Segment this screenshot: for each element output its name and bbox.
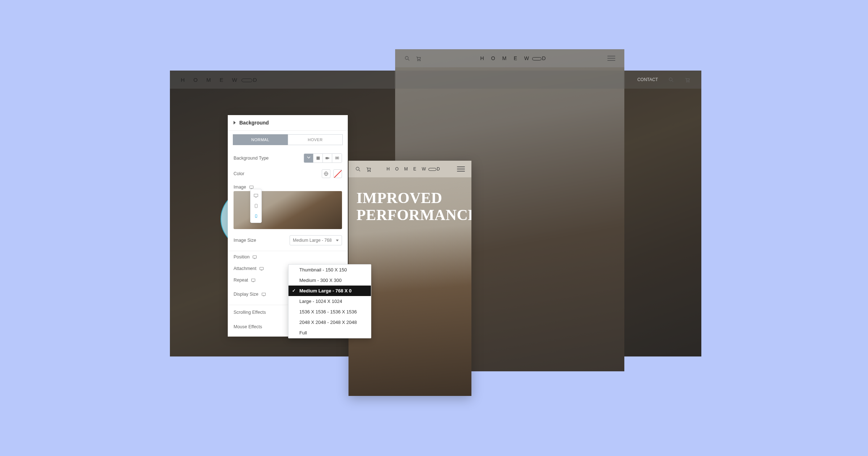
svg-rect-23 [260,267,264,270]
svg-point-10 [368,171,368,172]
svg-rect-25 [252,279,255,281]
image-size-option[interactable]: Full [288,328,371,338]
search-icon[interactable] [355,166,361,172]
panel-title: Background [239,120,269,126]
svg-point-7 [420,60,420,61]
brand-logo: H O M E WD [480,55,549,61]
panel-header[interactable]: Background [228,115,348,131]
svg-line-5 [408,59,410,60]
cart-icon[interactable] [684,77,690,83]
brand-oo-icon [532,57,542,60]
image-size-option[interactable]: 2048 X 2048 - 2048 X 2048 [288,317,371,328]
scrolling-effects-label: Scrolling Effects [234,310,266,315]
hero-line2: PERFORMANCE [356,207,463,224]
svg-rect-31 [255,204,257,208]
device-icon[interactable] [259,266,264,271]
caret-right-icon [234,121,236,124]
repeat-label: Repeat [234,278,256,283]
image-size-dropdown: Thumbnail - 150 X 150Medium - 300 X 300M… [288,264,371,338]
tab-normal[interactable]: NORMAL [233,134,288,145]
tab-hover[interactable]: HOVER [288,134,343,145]
hero-line1: IMPROVED [356,190,463,207]
display-size-label: Display Size [234,292,266,297]
color-swatch-clear[interactable] [333,169,342,178]
hero-title: IMPROVED PERFORMANCE [349,177,471,224]
menu-icon[interactable] [607,56,615,61]
mobile-header: H O M E WD [349,161,471,177]
bgtype-classic-icon[interactable] [304,154,313,162]
bgtype-video-icon[interactable] [323,154,332,162]
svg-point-2 [687,81,687,82]
brand-oo-icon [241,79,252,82]
bg-type-segmented [304,153,342,163]
svg-point-8 [356,167,359,170]
bgtype-slideshow-icon[interactable] [332,154,342,162]
cart-icon[interactable] [365,166,372,172]
svg-rect-12 [316,157,320,160]
svg-line-1 [672,80,674,82]
svg-rect-29 [254,194,258,197]
device-icon[interactable] [251,278,256,283]
svg-rect-13 [326,157,328,159]
desktop-header: H O M E WD CONTACT [170,71,701,89]
image-size-option[interactable]: 1536 X 1536 - 1536 X 1536 [288,307,371,317]
mouse-effects-label: Mouse Effects [234,324,262,329]
image-thumbnail[interactable] [234,191,342,229]
device-icon[interactable] [261,292,266,297]
svg-rect-21 [253,256,257,258]
svg-point-0 [669,77,672,81]
svg-rect-15 [336,157,338,159]
search-icon[interactable] [668,77,674,83]
image-size-value: Medium Large - 768 [293,238,332,243]
nav-contact[interactable]: CONTACT [637,77,658,82]
tablet-header: H O M E WD [395,49,624,67]
device-tablet-option[interactable] [251,201,261,211]
position-label: Position [234,254,257,259]
cart-icon[interactable] [415,55,422,62]
attachment-label: Attachment [234,266,264,271]
svg-rect-19 [249,186,253,188]
device-desktop-option[interactable] [251,191,261,201]
svg-point-4 [405,56,409,59]
global-color-icon[interactable] [322,169,330,178]
svg-point-11 [370,171,371,172]
image-size-select[interactable]: Medium Large - 768 [290,235,342,245]
chevron-down-icon [336,240,339,241]
device-mobile-option[interactable] [251,211,261,221]
image-size-label: Image Size [234,238,256,243]
responsive-device-popover [250,189,262,223]
search-icon[interactable] [404,55,410,62]
image-size-option[interactable]: Medium Large - 768 X 0 [288,286,371,296]
image-size-option[interactable]: Large - 1024 X 1024 [288,296,371,307]
svg-point-6 [418,60,418,61]
bgtype-gradient-icon[interactable] [313,154,323,162]
svg-point-3 [689,81,689,82]
brand-logo: H O M E WD [181,77,261,83]
menu-icon[interactable] [457,166,465,172]
brand-oo-icon [428,168,436,171]
color-label: Color [234,171,244,176]
svg-line-9 [359,170,360,171]
image-size-option[interactable]: Thumbnail - 150 X 150 [288,265,371,275]
brand-logo: H O M E WD [386,166,442,172]
device-icon[interactable] [252,255,257,259]
bg-type-label: Background Type [234,156,269,161]
svg-rect-27 [262,293,265,295]
image-size-option[interactable]: Medium - 300 X 300 [288,275,371,286]
